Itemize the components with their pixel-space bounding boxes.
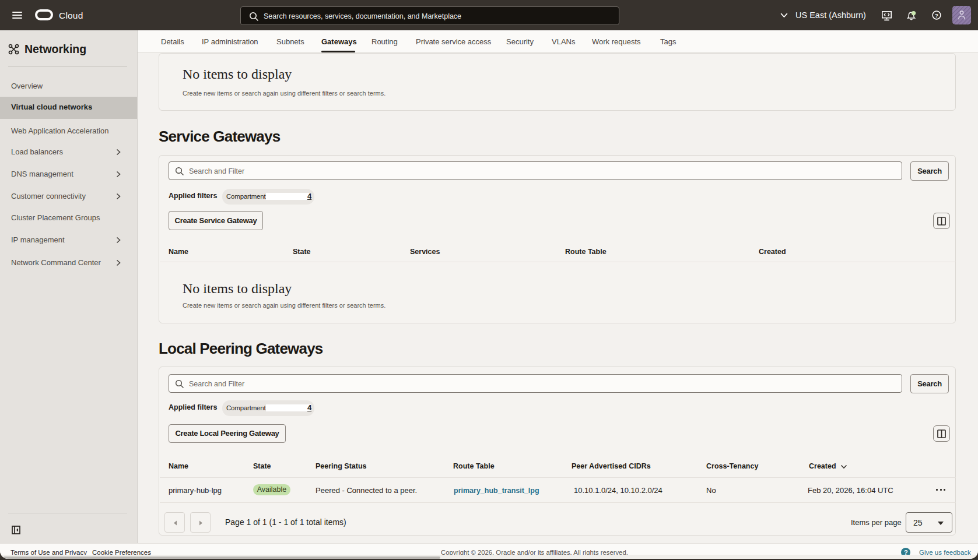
svg-text:?: ? xyxy=(935,12,938,19)
